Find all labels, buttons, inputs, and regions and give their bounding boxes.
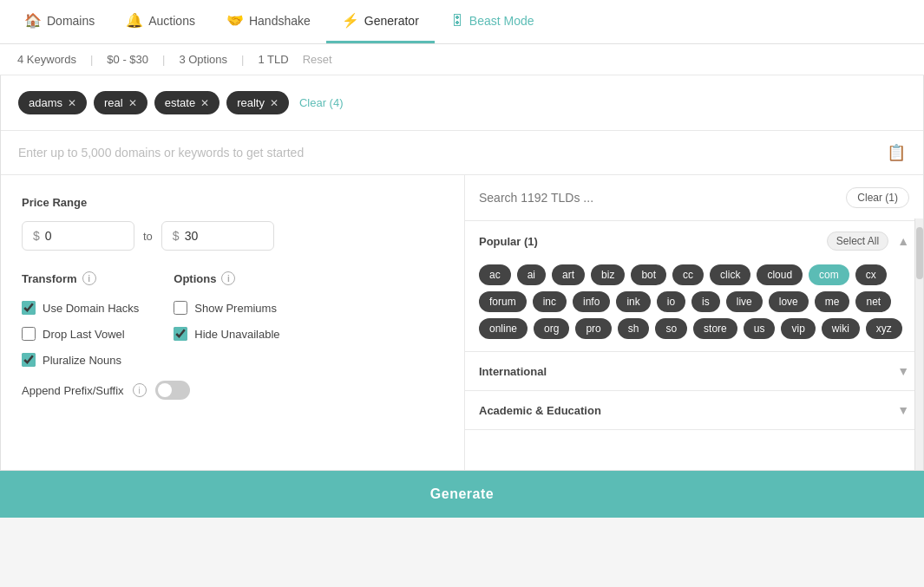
keyword-tag-realty[interactable]: realty✕ xyxy=(226,91,289,114)
keyword-remove-real[interactable]: ✕ xyxy=(128,97,137,109)
clear-all-button[interactable]: Clear (4) xyxy=(299,96,344,109)
options-info-icon[interactable]: i xyxy=(221,271,235,285)
tld-tag-vip[interactable]: vip xyxy=(781,318,815,339)
show-premiums-checkbox-row[interactable]: Show Premiums xyxy=(174,301,279,315)
tld-tag-org[interactable]: org xyxy=(534,318,569,339)
academic-chevron[interactable]: ▼ xyxy=(897,403,909,417)
tld-tag-io[interactable]: io xyxy=(657,291,685,312)
keywords-section: adams✕real✕estate✕realty✕Clear (4) xyxy=(1,75,923,131)
tld-scrollbar[interactable] xyxy=(914,218,923,470)
transform-header: Transform i xyxy=(22,271,139,285)
domain-input-area: Enter up to 5,000 domains or keywords to… xyxy=(1,131,923,175)
tld-tag-is[interactable]: is xyxy=(691,291,720,312)
keyword-tag-estate[interactable]: estate✕ xyxy=(154,91,220,114)
generator-icon: ⚡ xyxy=(342,12,359,29)
tld-tag-sh[interactable]: sh xyxy=(618,318,650,339)
tld-tags-container: acaiartbizbotccclickcloudcomcxforumincin… xyxy=(465,261,923,351)
pluralize-checkbox[interactable] xyxy=(22,353,36,367)
show-premiums-checkbox[interactable] xyxy=(174,301,187,315)
tld-tag-forum[interactable]: forum xyxy=(479,291,527,312)
tld-tag-ac[interactable]: ac xyxy=(479,264,511,285)
tld-tag-me[interactable]: me xyxy=(815,291,850,312)
keyword-label: real xyxy=(104,96,123,109)
keyword-label: adams xyxy=(29,96,62,109)
select-all-button[interactable]: Select All xyxy=(827,232,888,251)
tld-tag-com[interactable]: com xyxy=(809,264,849,285)
tld-tag-net[interactable]: net xyxy=(855,291,891,312)
tab-handshake[interactable]: 🤝 Handshake xyxy=(211,0,326,43)
tld-tag-ai[interactable]: ai xyxy=(517,264,546,285)
tab-domains-label: Domains xyxy=(47,14,95,28)
tab-auctions[interactable]: 🔔 Auctions xyxy=(110,0,211,43)
price-to-label: to xyxy=(143,230,153,243)
filter-bar: 4 Keywords | $0 - $30 | 3 Options | 1 TL… xyxy=(0,44,924,75)
tld-tag-art[interactable]: art xyxy=(552,264,585,285)
tld-tag-xyz[interactable]: xyz xyxy=(866,318,902,339)
drop-vowel-checkbox[interactable] xyxy=(22,327,36,341)
tld-tag-info[interactable]: info xyxy=(573,291,610,312)
international-section[interactable]: International ▼ xyxy=(465,352,923,391)
options-header: Options i xyxy=(174,271,279,285)
tld-tag-store[interactable]: store xyxy=(693,318,737,339)
keyword-tag-adams[interactable]: adams✕ xyxy=(18,91,87,114)
price-max-field[interactable] xyxy=(185,229,246,243)
tld-tag-cloud[interactable]: cloud xyxy=(757,264,803,285)
tld-tag-live[interactable]: live xyxy=(726,291,763,312)
tld-tag-inc[interactable]: inc xyxy=(533,291,567,312)
price-min-input[interactable]: $ xyxy=(22,221,134,251)
tld-search-input[interactable] xyxy=(479,191,846,205)
tld-tag-ink[interactable]: ink xyxy=(616,291,650,312)
international-chevron[interactable]: ▼ xyxy=(897,364,909,378)
reset-button[interactable]: Reset xyxy=(303,53,332,66)
tab-generator-label: Generator xyxy=(364,14,419,28)
show-premiums-label: Show Premiums xyxy=(194,302,277,315)
price-max-input[interactable]: $ xyxy=(161,221,274,251)
generate-bar[interactable]: Generate xyxy=(0,471,924,518)
keyword-remove-realty[interactable]: ✕ xyxy=(270,97,279,109)
tld-tag-love[interactable]: love xyxy=(769,291,809,312)
hide-unavailable-checkbox[interactable] xyxy=(174,327,187,341)
drop-vowel-checkbox-row[interactable]: Drop Last Vowel xyxy=(22,327,139,341)
append-toggle[interactable] xyxy=(155,381,190,400)
keyword-tag-real[interactable]: real✕ xyxy=(94,91,147,114)
home-icon: 🏠 xyxy=(24,12,42,29)
domain-hacks-checkbox[interactable] xyxy=(22,301,36,315)
tab-beast-label: Beast Mode xyxy=(469,14,534,28)
tab-generator[interactable]: ⚡ Generator xyxy=(326,0,435,43)
tld-tag-so[interactable]: so xyxy=(655,318,687,339)
academic-section[interactable]: Academic & Education ▼ xyxy=(465,391,923,430)
pluralize-checkbox-row[interactable]: Pluralize Nouns xyxy=(22,353,139,367)
domain-input-placeholder[interactable]: Enter up to 5,000 domains or keywords to… xyxy=(18,146,304,160)
transform-options-row: Transform i Use Domain Hacks Drop Last V… xyxy=(22,271,443,367)
tld-tag-cx[interactable]: cx xyxy=(855,264,887,285)
drop-vowel-label: Drop Last Vowel xyxy=(43,328,125,341)
append-info-icon[interactable]: i xyxy=(133,383,147,397)
tab-domains[interactable]: 🏠 Domains xyxy=(9,0,110,43)
filter-divider-3: | xyxy=(241,53,244,66)
tab-beast-mode[interactable]: 🎛 Beast Mode xyxy=(435,0,550,43)
tld-tag-bot[interactable]: bot xyxy=(631,264,666,285)
tld-tag-cc[interactable]: cc xyxy=(672,264,704,285)
keyword-remove-adams[interactable]: ✕ xyxy=(68,97,76,109)
tld-tag-click[interactable]: click xyxy=(710,264,750,285)
price-range-inputs: $ to $ xyxy=(22,221,443,251)
popular-chevron-up[interactable]: ▲ xyxy=(897,234,909,248)
popular-header: Popular (1) Select All ▲ xyxy=(465,221,923,261)
transform-info-icon[interactable]: i xyxy=(82,271,96,285)
popular-label: Popular (1) xyxy=(479,235,538,248)
tld-tag-us[interactable]: us xyxy=(744,318,776,339)
options-count: 3 Options xyxy=(179,53,227,66)
domain-hacks-checkbox-row[interactable]: Use Domain Hacks xyxy=(22,301,139,315)
keyword-remove-estate[interactable]: ✕ xyxy=(200,97,209,109)
tld-tag-pro[interactable]: pro xyxy=(575,318,611,339)
price-min-field[interactable] xyxy=(45,229,106,243)
tld-tag-online[interactable]: online xyxy=(479,318,528,339)
transform-label: Transform xyxy=(22,272,77,285)
tld-tag-biz[interactable]: biz xyxy=(591,264,625,285)
tld-tag-wiki[interactable]: wiki xyxy=(822,318,860,339)
domain-hacks-label: Use Domain Hacks xyxy=(43,302,139,315)
hide-unavailable-checkbox-row[interactable]: Hide Unavailable xyxy=(174,327,279,341)
upload-icon[interactable]: 📋 xyxy=(887,143,906,162)
tab-auctions-label: Auctions xyxy=(148,14,195,28)
tld-clear-button[interactable]: Clear (1) xyxy=(846,187,909,208)
